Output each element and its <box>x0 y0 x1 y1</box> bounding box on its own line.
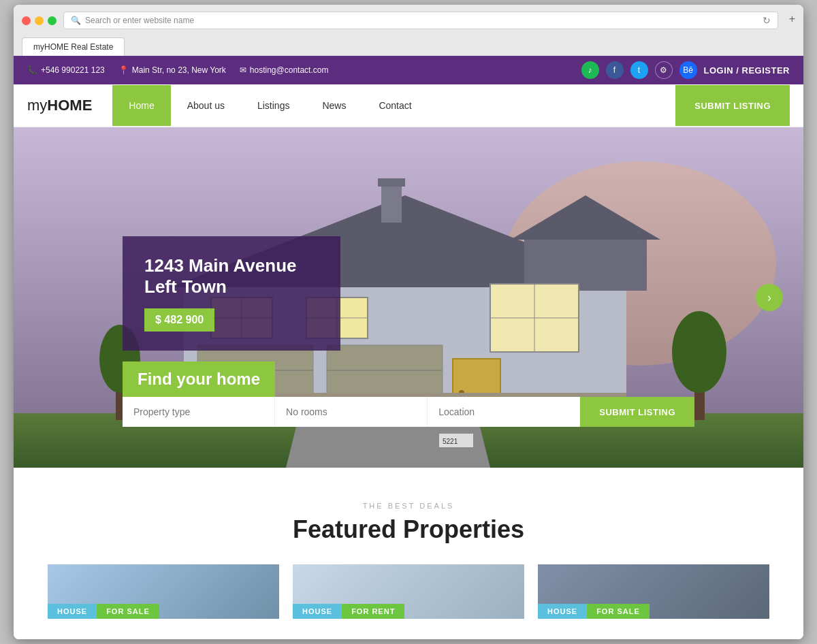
login-register-link[interactable]: LOGIN / REGISTER <box>704 65 790 76</box>
email-icon: ✉ <box>240 65 246 75</box>
card-image: HOUSE FOR SALE <box>538 564 769 619</box>
location-icon: 📍 <box>118 65 129 75</box>
house-badge: HOUSE <box>293 604 342 619</box>
logo-home: HOME <box>47 97 92 114</box>
house-badge: HOUSE <box>538 604 587 619</box>
logo[interactable]: myHOME <box>27 84 106 127</box>
address-text: Search or enter website name <box>85 16 758 25</box>
find-home-bar: Find your home SUBMIT LISTING <box>123 361 694 427</box>
property-card: HOUSE FOR RENT <box>293 564 524 619</box>
facebook-icon[interactable]: f <box>606 61 624 79</box>
top-bar: 📞 +546 990221 123 📍 Main Str, no 23, New… <box>14 56 803 84</box>
refresh-icon[interactable]: ↻ <box>763 15 771 26</box>
behance-icon[interactable]: Bē <box>679 61 697 79</box>
slider-next-button[interactable]: › <box>756 284 783 311</box>
phone-number: +546 990221 123 <box>41 65 105 75</box>
property-title: 1243 Main Avenue Left Town <box>144 255 319 297</box>
minimize-button[interactable] <box>35 16 44 25</box>
card-badges: HOUSE FOR RENT <box>293 604 404 619</box>
property-card: HOUSE FOR SALE <box>48 564 279 619</box>
location-field[interactable] <box>428 397 580 427</box>
no-rooms-field[interactable] <box>275 397 428 427</box>
svg-rect-6 <box>524 236 647 291</box>
svg-rect-9 <box>378 178 405 187</box>
card-image: HOUSE FOR RENT <box>293 564 524 619</box>
address-bar[interactable]: 🔍 Search or enter website name ↻ <box>63 12 778 29</box>
browser-tab[interactable]: myHOME Real Estate <box>22 37 125 56</box>
main-nav: myHOME Home About us Listings News Conta… <box>14 84 803 127</box>
website-content: 📞 +546 990221 123 📍 Main Str, no 23, New… <box>14 56 803 639</box>
maximize-button[interactable] <box>48 16 57 25</box>
search-row: SUBMIT LISTING <box>123 397 694 427</box>
top-bar-left: 📞 +546 990221 123 📍 Main Str, no 23, New… <box>27 65 328 75</box>
nav-contact[interactable]: Contact <box>362 85 428 126</box>
logo-my: my <box>27 97 47 114</box>
nav-home[interactable]: Home <box>112 85 170 126</box>
property-card: HOUSE FOR SALE <box>538 564 769 619</box>
property-type-field[interactable] <box>123 397 275 427</box>
nav-links: Home About us Listings News Contact <box>112 85 675 126</box>
address-item: 📍 Main Str, no 23, New York <box>118 65 226 75</box>
twitter-icon[interactable]: t <box>630 61 648 79</box>
card-image: HOUSE FOR SALE <box>48 564 279 619</box>
section-subtitle: THE BEST DEALS <box>14 502 803 510</box>
settings-icon[interactable]: ⚙ <box>655 61 673 79</box>
browser-window: 🔍 Search or enter website name ↻ + myHOM… <box>14 5 803 639</box>
search-submit-button[interactable]: SUBMIT LISTING <box>580 397 694 427</box>
find-home-label: Find your home <box>123 361 275 397</box>
email-text: hosting@contact.com <box>250 65 329 75</box>
search-icon: 🔍 <box>71 16 81 25</box>
status-badge: FOR RENT <box>342 604 404 619</box>
status-badge: FOR SALE <box>587 604 650 619</box>
nav-submit-listing-button[interactable]: SUBMIT LISTING <box>675 85 790 126</box>
traffic-lights <box>22 16 57 25</box>
hero-section: 5221 1243 Main Avenue Left Town $ 482 90… <box>14 127 803 468</box>
email-item: ✉ hosting@contact.com <box>240 65 329 75</box>
card-badges: HOUSE FOR SALE <box>48 604 159 619</box>
nav-about[interactable]: About us <box>171 85 241 126</box>
svg-text:5221: 5221 <box>443 438 458 445</box>
phone-icon: 📞 <box>27 65 37 75</box>
phone-item: 📞 +546 990221 123 <box>27 65 105 75</box>
nav-listings[interactable]: Listings <box>241 85 306 126</box>
top-bar-right: ♪ f t ⚙ Bē LOGIN / REGISTER <box>581 61 790 79</box>
browser-chrome: 🔍 Search or enter website name ↻ + myHOM… <box>14 5 803 56</box>
close-button[interactable] <box>22 16 31 25</box>
address-text: Main Str, no 23, New York <box>132 65 226 75</box>
house-badge: HOUSE <box>48 604 97 619</box>
property-cards-row: HOUSE FOR SALE HOUSE FOR RENT <box>14 564 803 619</box>
featured-section: THE BEST DEALS Featured Properties HOUSE… <box>14 468 803 639</box>
status-badge: FOR SALE <box>97 604 159 619</box>
new-tab-button[interactable]: + <box>789 13 795 28</box>
property-info-box: 1243 Main Avenue Left Town $ 482 900 <box>123 236 340 351</box>
nav-news[interactable]: News <box>306 85 362 126</box>
spotify-icon[interactable]: ♪ <box>581 61 599 79</box>
property-price: $ 482 900 <box>144 308 214 332</box>
card-badges: HOUSE FOR SALE <box>538 604 650 619</box>
section-title: Featured Properties <box>14 515 803 544</box>
svg-rect-8 <box>381 182 402 223</box>
